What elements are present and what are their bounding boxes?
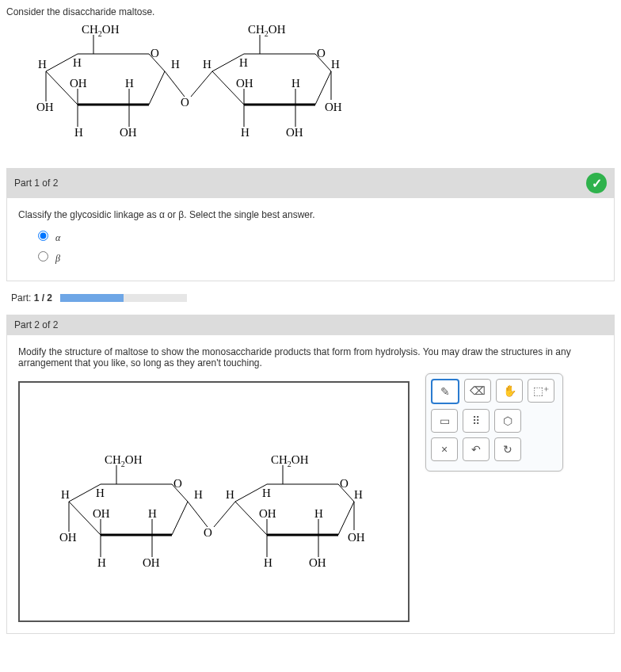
ring-icon: ⬡	[503, 414, 512, 427]
svg-text:H: H	[171, 58, 180, 71]
svg-text:O: O	[340, 477, 349, 490]
option-beta-label: β	[55, 253, 60, 264]
svg-text:CH2OH: CH2OH	[271, 453, 309, 468]
svg-text:O: O	[173, 477, 182, 490]
radio-beta[interactable]	[38, 251, 48, 262]
progress-label: Part: 1 / 2	[11, 292, 52, 304]
lewis-icon: ⠿	[472, 414, 480, 427]
part1-header-label: Part 1 of 2	[14, 178, 58, 189]
undo-button[interactable]: ↶	[463, 437, 490, 461]
expand-tool-button[interactable]: ⬚⁺	[528, 379, 554, 403]
svg-text:OH: OH	[93, 507, 110, 520]
radio-alpha[interactable]	[38, 231, 48, 241]
svg-text:OH: OH	[325, 101, 342, 113]
svg-text:CH2OH: CH2OH	[82, 25, 120, 38]
svg-text:H: H	[239, 56, 248, 69]
progress-bar	[60, 294, 187, 302]
svg-text:H: H	[125, 77, 134, 90]
part2-body: Modify the structure of maltose to show …	[6, 335, 615, 634]
part1-question: Classify the glycosidic linkage as α or …	[18, 209, 603, 220]
svg-line-18	[191, 71, 212, 97]
lewis-tool-button[interactable]: ⠿	[463, 409, 490, 433]
svg-text:OH: OH	[259, 507, 276, 520]
svg-text:H: H	[291, 77, 300, 90]
svg-text:OH: OH	[309, 556, 326, 569]
maltose-structure: CH2OH O H OH OH H H OH H O H H CH2OH O O…	[30, 25, 615, 152]
svg-text:H: H	[262, 487, 271, 499]
svg-text:H: H	[354, 488, 363, 501]
drawing-canvas[interactable]: CH2OH O H OH OH H H OH H O	[18, 381, 410, 622]
ring-tool-button[interactable]: ⬡	[494, 409, 521, 433]
eraser-icon: ⌫	[470, 384, 486, 397]
svg-text:H: H	[61, 488, 70, 501]
redo-icon: ↻	[503, 443, 512, 456]
close-icon: ×	[441, 443, 448, 456]
svg-text:H: H	[148, 507, 157, 520]
svg-text:H: H	[194, 488, 203, 501]
svg-text:H: H	[96, 487, 105, 499]
svg-text:H: H	[73, 56, 82, 69]
pencil-tool-button[interactable]: ✎	[431, 379, 459, 404]
svg-line-55	[214, 502, 235, 527]
option-beta[interactable]: β	[34, 249, 603, 265]
svg-text:H: H	[203, 58, 211, 71]
svg-text:H: H	[264, 556, 272, 569]
part2-header: Part 2 of 2	[6, 315, 615, 335]
redo-button[interactable]: ↻	[494, 437, 521, 461]
correct-badge-icon: ✓	[586, 173, 607, 193]
expand-icon: ⬚⁺	[533, 384, 549, 397]
svg-text:H: H	[314, 507, 323, 520]
svg-text:OH: OH	[143, 556, 160, 569]
svg-text:H: H	[241, 126, 250, 139]
svg-line-16	[165, 71, 185, 97]
svg-text:OH: OH	[348, 531, 365, 544]
drawing-toolbox: ✎ ⌫ ✋ ⬚⁺ ▭ ⠿ ⬡ × ↶ ↻	[425, 373, 563, 472]
svg-text:H: H	[38, 58, 47, 71]
svg-text:OH: OH	[120, 126, 137, 139]
hand-icon: ✋	[503, 384, 516, 397]
svg-text:O: O	[204, 526, 212, 539]
svg-text:OH: OH	[286, 126, 303, 139]
clear-tool-button[interactable]: ×	[431, 437, 458, 461]
undo-icon: ↶	[471, 443, 481, 456]
option-alpha[interactable]: α	[34, 228, 603, 244]
svg-text:OH: OH	[59, 531, 77, 544]
rect-tool-button[interactable]: ▭	[431, 409, 458, 433]
eraser-tool-button[interactable]: ⌫	[464, 379, 491, 403]
svg-text:CH2OH: CH2OH	[105, 453, 143, 468]
svg-text:H: H	[97, 556, 106, 569]
svg-text:H: H	[226, 488, 234, 501]
svg-text:CH2OH: CH2OH	[248, 25, 286, 38]
rect-icon: ▭	[440, 414, 450, 427]
svg-text:H: H	[331, 58, 340, 71]
option-alpha-label: α	[55, 232, 60, 243]
part1-body: Classify the glycosidic linkage as α or …	[6, 198, 615, 281]
svg-text:O: O	[317, 47, 326, 59]
svg-text:OH: OH	[236, 77, 253, 90]
pencil-icon: ✎	[440, 385, 450, 398]
svg-line-53	[188, 502, 208, 527]
svg-text:O: O	[181, 96, 189, 109]
svg-text:OH: OH	[36, 101, 54, 113]
part2-header-label: Part 2 of 2	[14, 319, 58, 330]
svg-text:OH: OH	[70, 77, 87, 90]
progress-row: Part: 1 / 2	[6, 292, 615, 304]
hand-tool-button[interactable]: ✋	[496, 379, 523, 403]
svg-text:O: O	[150, 47, 159, 59]
part1-header: Part 1 of 2 ✓	[6, 168, 615, 198]
intro-text: Consider the disaccharide maltose.	[6, 6, 615, 17]
part2-question: Modify the structure of maltose to show …	[18, 346, 603, 368]
svg-text:H: H	[74, 126, 83, 139]
